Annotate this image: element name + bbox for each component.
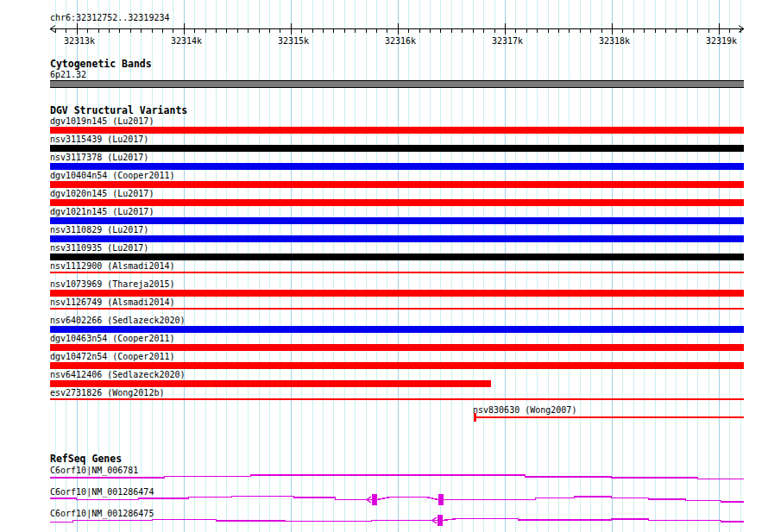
section-heading-cytogenetic-bands: Cytogenetic Bands <box>50 59 152 69</box>
section-heading-refseq-genes: RefSeq Genes <box>50 454 122 464</box>
region-label: chr6:32312752..32319234 <box>50 13 169 23</box>
variant-label[interactable]: nsv3115439 (Lu2017) <box>50 135 148 144</box>
variant-label[interactable]: nsv1112900 (Alsmadi2014) <box>50 261 175 271</box>
variant-bar[interactable] <box>50 326 744 333</box>
variant-bar[interactable] <box>50 380 491 387</box>
variant-label[interactable]: nsv6412406 (Sedlazeck2020) <box>50 370 186 379</box>
variant-bar[interactable] <box>50 344 744 351</box>
variant-bar[interactable] <box>50 253 744 260</box>
variant-bar[interactable] <box>50 290 744 297</box>
gene-models-layer <box>50 475 744 526</box>
gene-label[interactable]: C6orf10|NM_006781 <box>50 466 138 475</box>
variant-bar[interactable] <box>50 181 744 188</box>
gene-exon[interactable] <box>438 494 444 505</box>
gene-line[interactable] <box>50 519 744 523</box>
ruler-tick-label: 32314k <box>171 36 202 46</box>
variant-label[interactable]: dgv10404n54 (Cooper2011) <box>50 171 175 180</box>
cytoband-label: 6p21.32 <box>50 70 86 79</box>
variant-label[interactable]: dgv1021n145 (Lu2017) <box>50 207 154 216</box>
genome-browser-panel: chr6:32312752..32319234 32313k32314k3231… <box>0 0 768 532</box>
gene-exon[interactable] <box>372 494 377 505</box>
variant-label[interactable]: nsv1073969 (Thareja2015) <box>50 279 175 289</box>
variant-bar[interactable] <box>50 163 744 170</box>
ruler-tick-label: 32317k <box>492 36 523 46</box>
ruler-tick-label: 32315k <box>278 36 309 46</box>
gene-label[interactable]: C6orf10|NM_001286475 <box>50 509 154 518</box>
gene-label[interactable]: C6orf10|NM_001286474 <box>50 487 154 497</box>
variant-bar[interactable] <box>50 362 744 369</box>
variant-bar[interactable] <box>50 217 744 224</box>
gene-line[interactable] <box>50 497 744 503</box>
variant-label[interactable]: dgv1020n145 (Lu2017) <box>50 189 154 198</box>
variant-bar[interactable] <box>50 145 744 152</box>
variant-bar[interactable] <box>50 272 744 273</box>
gene-line[interactable] <box>50 475 744 479</box>
variant-bar[interactable] <box>50 199 744 206</box>
ruler-tick-label: 32318k <box>599 36 630 46</box>
ruler <box>50 23 744 34</box>
variant-label[interactable]: dgv10472n54 (Cooper2011) <box>50 352 175 361</box>
variant-label[interactable]: nsv1126749 (Alsmadi2014) <box>50 297 175 307</box>
variant-bar[interactable] <box>475 416 744 418</box>
variant-bar[interactable] <box>50 235 744 242</box>
cytoband-bar[interactable] <box>50 80 744 88</box>
variant-label[interactable]: dgv10463n54 (Cooper2011) <box>50 334 175 343</box>
gene-exon[interactable] <box>438 515 443 526</box>
variant-bar[interactable] <box>50 308 744 310</box>
ruler-tick-label: 32313k <box>64 36 95 46</box>
ruler-tick-label: 32319k <box>706 36 737 46</box>
variant-label[interactable]: dgv1019n145 (Lu2017) <box>50 116 154 126</box>
variant-bar[interactable] <box>50 127 744 134</box>
variant-label[interactable]: esv2731826 (Wong2012b) <box>50 388 164 397</box>
variant-label[interactable]: nsv3117378 (Lu2017) <box>50 153 148 162</box>
variant-label[interactable]: nsv3110829 (Lu2017) <box>50 225 148 235</box>
ruler-tick-label: 32316k <box>385 36 416 46</box>
section-heading-dgv-structural-variants: DGV Structural Variants <box>50 105 187 116</box>
variant-bar[interactable] <box>50 398 744 400</box>
variant-label[interactable]: nsv3110935 (Lu2017) <box>50 243 148 253</box>
variant-label[interactable]: nsv6402266 (Sedlazeck2020) <box>50 316 186 325</box>
variant-label[interactable]: nsv830630 (Wong2007) <box>473 405 576 415</box>
